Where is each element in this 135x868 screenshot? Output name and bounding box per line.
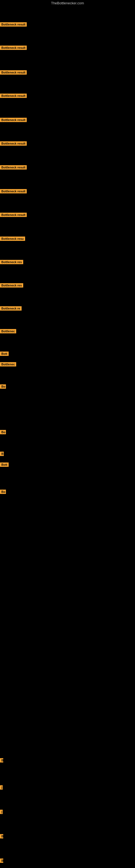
badges-container: Bottleneck resultBottleneck resultBottle… (0, 7, 135, 868)
bottleneck-badge-2: Bottleneck result (0, 70, 27, 74)
bottleneck-badge-20: Bo (0, 490, 6, 494)
site-title: TheBottlenecker.com (0, 0, 135, 7)
bottleneck-badge-12: Bottleneck re (0, 306, 21, 311)
bottleneck-badge-4: Bottleneck result (0, 118, 27, 122)
bottleneck-badge-25: B (0, 859, 3, 863)
bottleneck-badge-23: | (0, 810, 3, 814)
bottleneck-badge-19: Bott (0, 463, 9, 467)
bottleneck-badge-16: Bo (0, 384, 6, 389)
bottleneck-badge-0: Bottleneck result (0, 22, 27, 27)
bottleneck-badge-1: Bottleneck result (0, 45, 27, 50)
bottleneck-badge-14: Bott (0, 351, 9, 356)
bottleneck-badge-3: Bottleneck result (0, 94, 27, 98)
bottleneck-badge-15: Bottlenec (0, 362, 16, 367)
bottleneck-badge-18: B (0, 452, 4, 456)
bottleneck-badge-17: Bo (0, 430, 6, 434)
bottleneck-badge-24: B (0, 834, 3, 838)
bottleneck-badge-5: Bottleneck result (0, 141, 27, 146)
bottleneck-badge-11: Bottleneck res (0, 283, 23, 287)
bottleneck-badge-8: Bottleneck result (0, 213, 27, 217)
bottleneck-badge-22: | (0, 785, 3, 789)
bottleneck-badge-7: Bottleneck result (0, 189, 27, 193)
bottleneck-badge-21: B (0, 758, 3, 763)
bottleneck-badge-6: Bottleneck result (0, 165, 27, 169)
bottleneck-badge-10: Bottleneck res (0, 260, 23, 264)
bottleneck-badge-13: Bottlenec (0, 329, 16, 333)
bottleneck-badge-9: Bottleneck resu (0, 237, 25, 241)
